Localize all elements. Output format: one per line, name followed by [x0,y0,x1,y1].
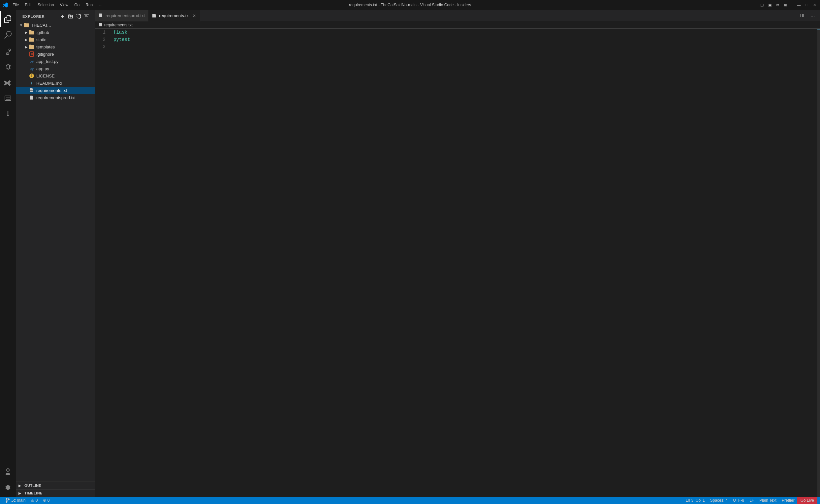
status-encoding[interactable]: UTF-8 [730,497,747,504]
static-folder-icon [29,37,34,42]
tab-requirementsprod[interactable]: requirementsprod.txt [95,10,148,21]
code-empty [113,43,116,50]
activity-item-remote[interactable] [0,90,16,106]
window-maximize-icon[interactable]: □ [804,2,809,8]
tree-item-gitignore[interactable]: ▶ .gitignore [16,50,95,58]
status-golive[interactable]: Go Live [797,497,817,504]
app-test-icon: py [29,59,34,64]
templates-folder-icon [29,44,34,49]
refresh-button[interactable] [75,13,82,20]
tree-root[interactable]: ▼ THECAT... [16,21,95,29]
activity-item-explorer[interactable] [0,11,16,27]
line-number-2: 2 [95,36,108,43]
window-layout2-icon[interactable]: ▣ [767,2,773,8]
tree-item-static[interactable]: ▶ static [16,36,95,43]
status-right: Ln 3, Col 1 Spaces: 4 UTF-8 LF Plain Tex… [683,497,817,504]
github-arrow-icon: ▶ [24,30,29,35]
outline-header[interactable]: ▶ OUTLINE [16,482,95,489]
line-number-3: 3 [95,43,108,50]
status-warnings[interactable]: ⊘ 0 [40,497,52,504]
static-label: static [36,37,95,42]
tab-requirements-close-icon[interactable]: ✕ [192,13,197,18]
status-language[interactable]: Plain Text [757,497,779,504]
activity-item-search[interactable] [0,27,16,43]
menu-run[interactable]: Run [83,2,95,8]
activity-item-test[interactable] [0,106,16,122]
timeline-header[interactable]: ▶ TIMELINE [16,489,95,497]
menu-more[interactable]: … [96,2,105,8]
status-position-text: Ln 3, Col 1 [686,498,705,503]
tabs-bar: requirementsprod.txt requirements.txt ✕ [95,10,820,21]
app-label: app.py [36,66,95,71]
license-label: LICENSE [36,74,95,78]
editor-content[interactable]: 1 2 3 flask pytest [95,29,820,497]
window-layout3-icon[interactable]: ⧉ [775,2,780,8]
activity-item-extensions[interactable] [0,74,16,90]
activity-item-account[interactable] [0,464,16,480]
sidebar: EXPLORER [16,10,95,497]
timeline-arrow-icon: ▶ [18,491,24,495]
menu-go[interactable]: Go [72,2,82,8]
status-golive-text: Go Live [801,498,814,503]
tab-requirements-label: requirements.txt [159,13,190,18]
outline-arrow-icon: ▶ [18,484,24,488]
minimap [817,29,820,497]
github-folder-icon [29,30,34,35]
status-errors[interactable]: ⚠ 0 [28,497,40,504]
tree-item-readme[interactable]: ▶ ℹ README.md [16,79,95,87]
breadcrumb-bar: requirements.txt [95,21,820,29]
status-spaces[interactable]: Spaces: 4 [708,497,730,504]
status-prettier-text: Prettier [782,498,795,503]
timeline-section: ▶ TIMELINE [16,489,95,497]
sidebar-header: EXPLORER [16,10,95,21]
sidebar-header-title: EXPLORER [22,15,45,18]
new-folder-button[interactable] [67,13,74,20]
window-close-icon[interactable]: ✕ [812,2,817,8]
tree-item-requirementsprod[interactable]: ▶ requirementsprod.txt [16,94,95,101]
requirementsprod-label: requirementsprod.txt [36,95,95,100]
templates-arrow-icon: ▶ [24,44,29,49]
activity-bottom [0,464,16,497]
breadcrumb-file-icon [99,23,103,27]
activity-item-settings[interactable] [0,480,16,495]
tree-item-app[interactable]: ▶ py app.py [16,65,95,72]
svg-rect-0 [30,52,34,56]
titlebar-controls: ▢ ▣ ⧉ ⊞ — □ ✕ [759,2,817,8]
status-eol[interactable]: LF [747,497,757,504]
outline-label: OUTLINE [24,484,41,488]
status-errors-text: ⚠ 0 [31,498,38,503]
status-branch[interactable]: ⎇ main [3,497,28,504]
menu-edit[interactable]: Edit [22,2,34,8]
tree-item-github[interactable]: ▶ .github [16,29,95,36]
tree-item-templates[interactable]: ▶ templates [16,43,95,50]
new-file-button[interactable] [59,13,66,20]
static-arrow-icon: ▶ [24,37,29,42]
tree-item-app-test[interactable]: ▶ py app_test.py [16,58,95,65]
outline-section: ▶ OUTLINE [16,482,95,489]
activity-item-debug[interactable] [0,59,16,74]
readme-icon: ℹ [29,80,34,86]
status-position[interactable]: Ln 3, Col 1 [683,497,708,504]
menu-view[interactable]: View [57,2,71,8]
timeline-label: TIMELINE [24,491,43,495]
window-layout4-icon[interactable]: ⊞ [783,2,788,8]
tab-requirements[interactable]: requirements.txt ✕ [148,10,200,21]
status-bar: ⎇ main ⚠ 0 ⊘ 0 Ln 3, Col 1 Spaces: 4 UTF… [0,497,820,504]
menu-selection[interactable]: Selection [35,2,56,8]
collapse-all-button[interactable] [83,13,90,20]
code-token-flask: flask [113,29,127,36]
tree-item-license[interactable]: ▶ LICENSE [16,72,95,79]
window-layout1-icon[interactable]: ▢ [759,2,765,8]
app-test-label: app_test.py [36,59,95,64]
menu-file[interactable]: File [10,2,21,8]
window-minimize-icon[interactable]: — [796,2,802,8]
breadcrumb-text: requirements.txt [104,23,133,27]
activity-bar [0,10,16,497]
split-editor-icon[interactable] [798,11,807,20]
activity-item-git[interactable] [0,43,16,59]
status-prettier[interactable]: Prettier [779,497,797,504]
more-actions-icon[interactable]: … [808,11,817,20]
tree-item-requirements[interactable]: ▶ requirements.txt [16,87,95,94]
tab-requirementsprod-label: requirementsprod.txt [106,13,145,18]
status-branch-text: ⎇ main [11,498,25,503]
